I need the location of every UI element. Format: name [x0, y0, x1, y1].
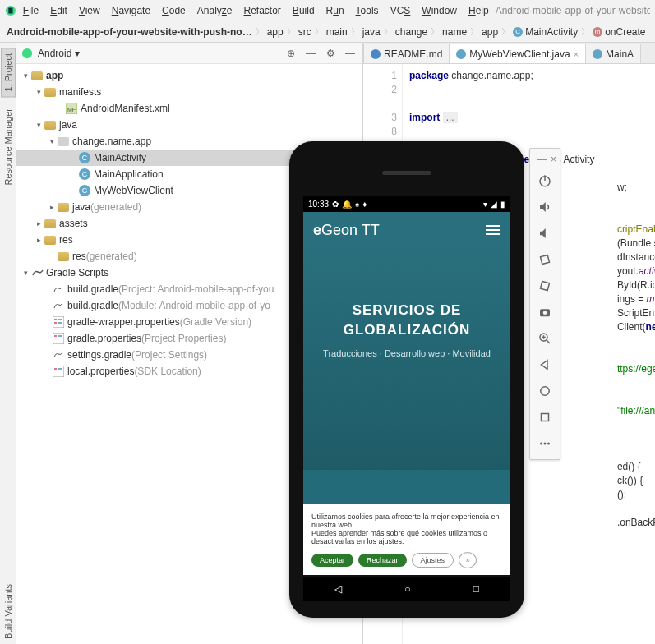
breadcrumb-change[interactable]: change — [395, 26, 427, 38]
menu-file[interactable]: File — [18, 3, 44, 18]
cookie-close-button[interactable]: × — [459, 552, 477, 568]
menu-navigate[interactable]: Navigate — [107, 3, 155, 18]
phone-home-button[interactable]: ○ — [404, 583, 410, 595]
menu-window[interactable]: Window — [417, 3, 462, 18]
wifi-icon: ▾ — [483, 200, 487, 209]
breadcrumb-main[interactable]: main — [326, 26, 348, 38]
breadcrumb-java[interactable]: java — [362, 26, 381, 38]
breadcrumb-class[interactable]: CMainActivity — [513, 26, 578, 38]
rotate-left-button[interactable] — [533, 247, 557, 272]
chevron-right-icon: 〉 — [431, 26, 439, 38]
menu-analyze[interactable]: Analyze — [192, 3, 238, 18]
svg-rect-13 — [53, 366, 64, 377]
menu-help[interactable]: Help — [464, 3, 494, 18]
folder-icon — [44, 88, 56, 97]
more-button[interactable] — [533, 431, 557, 456]
close-icon[interactable]: × — [574, 49, 579, 59]
sidetab-build-variants[interactable]: Build Variants — [2, 579, 15, 644]
folder-icon — [58, 252, 69, 261]
svg-rect-10 — [53, 333, 64, 344]
chevron-right-icon: 〉 — [287, 26, 295, 38]
emulator-window[interactable]: 10:33 ✿ 🔔 ♠ ♦ ▾ ◢ ▮ eGeon TT SERVI — [289, 141, 524, 618]
cookie-reject-button[interactable]: Rechazar — [358, 554, 407, 567]
folder-icon — [58, 203, 69, 212]
zoom-button[interactable] — [533, 326, 557, 351]
menu-vcs[interactable]: VCS — [385, 3, 416, 18]
svg-text:MF: MF — [67, 107, 76, 113]
sidetab-resource-manager[interactable]: Resource Manager — [2, 104, 15, 191]
volume-down-button[interactable] — [533, 221, 557, 246]
chevron-right-icon: 〉 — [501, 26, 510, 38]
menu-tools[interactable]: Tools — [351, 3, 384, 18]
collapse-all-icon[interactable]: — — [303, 46, 318, 61]
svg-rect-8 — [54, 322, 57, 324]
breadcrumb: Android-mobile-app-of-your-website-with-… — [0, 21, 655, 43]
overview-button[interactable] — [533, 405, 557, 430]
phone-screen[interactable]: 10:33 ✿ 🔔 ♠ ♦ ▾ ◢ ▮ eGeon TT SERVI — [303, 196, 510, 575]
class-icon: C — [79, 152, 90, 163]
rotate-right-button[interactable] — [533, 274, 557, 298]
emulator-toolbar: — × — [529, 148, 560, 460]
menu-code[interactable]: Code — [157, 3, 191, 18]
svg-point-29 — [541, 387, 550, 396]
notification-icon: 🔔 — [342, 200, 352, 209]
menu-bar: File Edit View Navigate Code Analyze Ref… — [0, 0, 655, 21]
menu-refactor[interactable]: Refactor — [239, 3, 286, 18]
module-icon — [31, 71, 43, 80]
cookie-settings-button[interactable]: Ajustes — [412, 553, 454, 568]
tree-node-app[interactable]: ▾app — [16, 67, 362, 84]
gradle-file-icon — [53, 349, 64, 361]
power-button[interactable] — [533, 168, 557, 193]
menu-build[interactable]: Build — [288, 3, 320, 18]
select-opened-file-icon[interactable]: ⊕ — [284, 46, 298, 61]
screenshot-button[interactable] — [533, 300, 557, 324]
phone-frame: 10:33 ✿ 🔔 ♠ ♦ ▾ ◢ ▮ eGeon TT SERVI — [289, 141, 524, 618]
cookie-accept-button[interactable]: Aceptar — [311, 554, 353, 567]
home-button[interactable] — [533, 379, 557, 403]
minimize-icon[interactable]: — — [537, 154, 547, 165]
close-icon[interactable]: × — [551, 154, 556, 165]
breadcrumb-src[interactable]: src — [298, 26, 311, 38]
phone-back-button[interactable]: ◁ — [334, 583, 342, 595]
breadcrumb-app[interactable]: app — [267, 26, 284, 38]
sidetab-project[interactable]: 1: Project — [1, 48, 16, 97]
svg-rect-12 — [58, 335, 62, 337]
class-icon: C — [79, 168, 90, 180]
tree-node-java[interactable]: ▾java — [16, 117, 362, 133]
menu-edit[interactable]: Edit — [45, 3, 72, 18]
project-view-selector[interactable]: Android ▾ — [38, 48, 80, 59]
breadcrumb-name[interactable]: name — [442, 26, 467, 38]
tree-node-manifests[interactable]: ▾manifests — [16, 84, 362, 100]
svg-marker-28 — [542, 361, 548, 370]
svg-rect-20 — [540, 255, 549, 264]
phone-overview-button[interactable]: □ — [473, 583, 479, 595]
folder-icon — [44, 121, 56, 130]
svg-point-2 — [22, 48, 32, 58]
phone-top-bezel — [298, 150, 516, 196]
hide-icon[interactable]: — — [343, 46, 357, 61]
svg-point-32 — [544, 443, 547, 445]
xml-icon: MF — [66, 103, 77, 114]
svg-rect-14 — [54, 368, 57, 370]
tree-file-androidmanifest[interactable]: MFAndroidManifest.xml — [16, 100, 362, 117]
gradle-file-icon — [53, 283, 64, 295]
hamburger-icon[interactable] — [486, 225, 500, 235]
app-brand: eGeon TT — [313, 222, 380, 239]
editor-tab-mainactivity[interactable]: MainA — [585, 44, 641, 63]
breadcrumb-project[interactable]: Android-mobile-app-of-your-website-with-… — [7, 26, 252, 38]
breadcrumb-method[interactable]: monCreate — [593, 26, 645, 38]
back-button[interactable] — [533, 352, 557, 377]
menu-run[interactable]: Run — [321, 3, 349, 18]
volume-up-button[interactable] — [533, 195, 557, 219]
breadcrumb-pkg-app[interactable]: app — [482, 26, 498, 38]
settings-icon[interactable]: ⚙ — [323, 46, 338, 61]
menu-view[interactable]: View — [74, 3, 105, 18]
editor-tab-readme[interactable]: README.md — [363, 44, 450, 63]
gradle-file-icon — [53, 300, 64, 311]
android-icon — [21, 48, 33, 59]
svg-point-31 — [540, 443, 542, 445]
cookie-text-2: Puedes aprender más sobre qué cookies ut… — [311, 529, 502, 545]
phone-statusbar: 10:33 ✿ 🔔 ♠ ♦ ▾ ◢ ▮ — [303, 196, 510, 212]
editor-tabbar: README.md MyWebViewClient.java× MainA — [363, 43, 655, 64]
editor-tab-mywebviewclient[interactable]: MyWebViewClient.java× — [449, 44, 586, 63]
